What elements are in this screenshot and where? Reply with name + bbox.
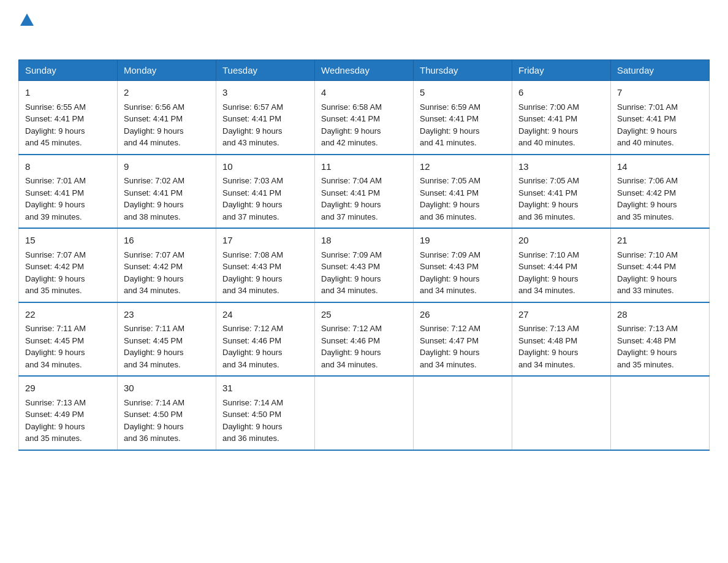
table-cell: 18Sunrise: 7:09 AMSunset: 4:43 PMDayligh…	[315, 228, 414, 302]
col-friday: Friday	[512, 60, 611, 81]
day-info: Sunrise: 7:07 AMSunset: 4:42 PMDaylight:…	[124, 250, 184, 296]
day-info: Sunrise: 7:09 AMSunset: 4:43 PMDaylight:…	[321, 250, 382, 296]
day-info: Sunrise: 7:13 AMSunset: 4:48 PMDaylight:…	[518, 324, 579, 369]
day-number: 14	[617, 160, 703, 174]
day-info: Sunrise: 7:09 AMSunset: 4:43 PMDaylight:…	[420, 250, 480, 296]
day-number: 31	[222, 381, 308, 396]
day-info: Sunrise: 7:01 AMSunset: 4:41 PMDaylight:…	[25, 176, 86, 221]
day-number: 8	[25, 160, 111, 174]
day-info: Sunrise: 6:58 AMSunset: 4:41 PMDaylight:…	[321, 102, 382, 148]
table-cell: 26Sunrise: 7:12 AMSunset: 4:47 PMDayligh…	[414, 302, 512, 377]
table-cell: 4Sunrise: 6:58 AMSunset: 4:41 PMDaylight…	[315, 81, 414, 155]
day-info: Sunrise: 7:06 AMSunset: 4:42 PMDaylight:…	[617, 176, 678, 221]
day-number: 29	[25, 381, 111, 396]
day-info: Sunrise: 7:12 AMSunset: 4:47 PMDaylight:…	[420, 324, 480, 369]
day-info: Sunrise: 7:12 AMSunset: 4:46 PMDaylight:…	[222, 324, 283, 369]
day-number: 13	[518, 160, 604, 174]
day-number: 27	[518, 308, 604, 322]
table-cell: 27Sunrise: 7:13 AMSunset: 4:48 PMDayligh…	[512, 302, 611, 377]
table-cell: 13Sunrise: 7:05 AMSunset: 4:41 PMDayligh…	[512, 155, 611, 229]
day-number: 30	[124, 381, 210, 396]
day-info: Sunrise: 7:11 AMSunset: 4:45 PMDaylight:…	[124, 324, 184, 369]
day-info: Sunrise: 6:57 AMSunset: 4:41 PMDaylight:…	[222, 102, 283, 148]
page-header	[18, 12, 710, 47]
day-number: 1	[25, 86, 111, 100]
table-cell: 19Sunrise: 7:09 AMSunset: 4:43 PMDayligh…	[414, 228, 512, 302]
day-number: 24	[222, 308, 308, 322]
week-row-1: 1Sunrise: 6:55 AMSunset: 4:41 PMDaylight…	[19, 81, 710, 155]
header-row: Sunday Monday Tuesday Wednesday Thursday…	[19, 60, 710, 81]
table-cell: 30Sunrise: 7:14 AMSunset: 4:50 PMDayligh…	[118, 376, 216, 450]
day-number: 20	[518, 234, 604, 248]
day-number: 10	[222, 160, 308, 174]
day-number: 25	[321, 308, 407, 322]
table-cell: 21Sunrise: 7:10 AMSunset: 4:44 PMDayligh…	[611, 228, 710, 302]
day-number: 21	[617, 234, 703, 248]
table-cell: 6Sunrise: 7:00 AMSunset: 4:41 PMDaylight…	[512, 81, 611, 155]
day-number: 17	[222, 234, 308, 248]
col-sunday: Sunday	[19, 60, 118, 81]
col-saturday: Saturday	[611, 60, 710, 81]
day-number: 12	[420, 160, 506, 174]
week-row-5: 29Sunrise: 7:13 AMSunset: 4:49 PMDayligh…	[19, 376, 710, 450]
week-row-3: 15Sunrise: 7:07 AMSunset: 4:42 PMDayligh…	[19, 228, 710, 302]
logo	[18, 12, 34, 47]
day-number: 11	[321, 160, 407, 174]
day-info: Sunrise: 7:08 AMSunset: 4:43 PMDaylight:…	[222, 250, 283, 296]
day-number: 4	[321, 86, 407, 100]
day-info: Sunrise: 7:14 AMSunset: 4:50 PMDaylight:…	[124, 398, 184, 443]
table-cell: 12Sunrise: 7:05 AMSunset: 4:41 PMDayligh…	[414, 155, 512, 229]
day-number: 19	[420, 234, 506, 248]
day-info: Sunrise: 7:02 AMSunset: 4:41 PMDaylight:…	[124, 176, 184, 221]
table-cell: 22Sunrise: 7:11 AMSunset: 4:45 PMDayligh…	[19, 302, 118, 377]
table-cell	[611, 376, 710, 450]
day-info: Sunrise: 7:00 AMSunset: 4:41 PMDaylight:…	[518, 102, 579, 148]
table-cell: 17Sunrise: 7:08 AMSunset: 4:43 PMDayligh…	[216, 228, 315, 302]
day-number: 26	[420, 308, 506, 322]
day-info: Sunrise: 7:11 AMSunset: 4:45 PMDaylight:…	[25, 324, 86, 369]
day-number: 9	[124, 160, 210, 174]
table-cell: 1Sunrise: 6:55 AMSunset: 4:41 PMDaylight…	[19, 81, 118, 155]
table-cell: 11Sunrise: 7:04 AMSunset: 4:41 PMDayligh…	[315, 155, 414, 229]
day-info: Sunrise: 7:13 AMSunset: 4:48 PMDaylight:…	[617, 324, 678, 369]
day-number: 3	[222, 86, 308, 100]
day-info: Sunrise: 7:07 AMSunset: 4:42 PMDaylight:…	[25, 250, 86, 296]
day-info: Sunrise: 7:14 AMSunset: 4:50 PMDaylight:…	[222, 398, 283, 443]
table-cell: 2Sunrise: 6:56 AMSunset: 4:41 PMDaylight…	[118, 81, 216, 155]
table-cell: 28Sunrise: 7:13 AMSunset: 4:48 PMDayligh…	[611, 302, 710, 377]
col-monday: Monday	[118, 60, 216, 81]
day-number: 28	[617, 308, 703, 322]
day-number: 22	[25, 308, 111, 322]
table-cell	[414, 376, 512, 450]
table-cell: 5Sunrise: 6:59 AMSunset: 4:41 PMDaylight…	[414, 81, 512, 155]
col-tuesday: Tuesday	[216, 60, 315, 81]
day-info: Sunrise: 7:03 AMSunset: 4:41 PMDaylight:…	[222, 176, 283, 221]
table-cell: 3Sunrise: 6:57 AMSunset: 4:41 PMDaylight…	[216, 81, 315, 155]
day-info: Sunrise: 6:56 AMSunset: 4:41 PMDaylight:…	[124, 102, 184, 148]
table-cell: 24Sunrise: 7:12 AMSunset: 4:46 PMDayligh…	[216, 302, 315, 377]
svg-marker-0	[20, 13, 34, 26]
table-cell: 10Sunrise: 7:03 AMSunset: 4:41 PMDayligh…	[216, 155, 315, 229]
logo-triangle-icon	[20, 13, 34, 28]
table-cell: 15Sunrise: 7:07 AMSunset: 4:42 PMDayligh…	[19, 228, 118, 302]
table-cell: 8Sunrise: 7:01 AMSunset: 4:41 PMDaylight…	[19, 155, 118, 229]
calendar-table: Sunday Monday Tuesday Wednesday Thursday…	[18, 59, 710, 451]
day-info: Sunrise: 7:13 AMSunset: 4:49 PMDaylight:…	[25, 398, 86, 443]
day-info: Sunrise: 7:10 AMSunset: 4:44 PMDaylight:…	[518, 250, 579, 296]
day-number: 15	[25, 234, 111, 248]
day-info: Sunrise: 7:01 AMSunset: 4:41 PMDaylight:…	[617, 102, 678, 148]
day-info: Sunrise: 7:05 AMSunset: 4:41 PMDaylight:…	[518, 176, 579, 221]
table-cell: 31Sunrise: 7:14 AMSunset: 4:50 PMDayligh…	[216, 376, 315, 450]
table-cell: 29Sunrise: 7:13 AMSunset: 4:49 PMDayligh…	[19, 376, 118, 450]
day-info: Sunrise: 6:55 AMSunset: 4:41 PMDaylight:…	[25, 102, 86, 148]
day-number: 6	[518, 86, 604, 100]
day-number: 7	[617, 86, 703, 100]
table-cell: 25Sunrise: 7:12 AMSunset: 4:46 PMDayligh…	[315, 302, 414, 377]
table-cell: 9Sunrise: 7:02 AMSunset: 4:41 PMDaylight…	[118, 155, 216, 229]
day-info: Sunrise: 6:59 AMSunset: 4:41 PMDaylight:…	[420, 102, 480, 148]
week-row-2: 8Sunrise: 7:01 AMSunset: 4:41 PMDaylight…	[19, 155, 710, 229]
table-cell: 20Sunrise: 7:10 AMSunset: 4:44 PMDayligh…	[512, 228, 611, 302]
col-thursday: Thursday	[414, 60, 512, 81]
day-info: Sunrise: 7:05 AMSunset: 4:41 PMDaylight:…	[420, 176, 480, 221]
day-number: 2	[124, 86, 210, 100]
